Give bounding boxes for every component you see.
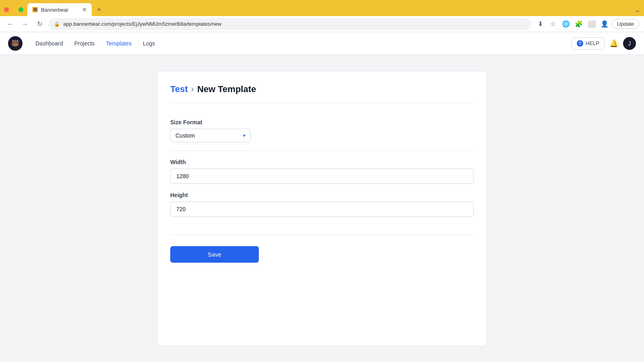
address-bar[interactable]: 🔒 app.bannerbear.com/projects/EjJywNMlJm… bbox=[48, 18, 531, 30]
bookmark-icon[interactable]: ⬇ bbox=[535, 19, 546, 30]
help-button[interactable]: ? HELP bbox=[572, 37, 605, 49]
width-group: Width bbox=[170, 159, 474, 184]
form-section: Size Format Custom ▾ Width Height bbox=[170, 113, 474, 231]
browser-tab-bar: 🐻 Bannerbear ✕ + ⌄ bbox=[0, 0, 644, 16]
help-icon: ? bbox=[577, 40, 583, 47]
page-content: Test › New Template Size Format Custom ▾… bbox=[0, 55, 644, 362]
close-window-btn[interactable] bbox=[4, 7, 9, 12]
save-divider bbox=[170, 234, 474, 235]
tab-favicon: 🐻 bbox=[32, 7, 38, 12]
maximize-window-btn[interactable] bbox=[19, 7, 23, 12]
logo-icon: 🐻 bbox=[11, 39, 19, 47]
size-format-value: Custom bbox=[175, 132, 195, 139]
size-format-select[interactable]: Custom ▾ bbox=[170, 129, 251, 142]
width-label: Width bbox=[170, 159, 474, 165]
size-format-label: Size Format bbox=[170, 119, 474, 125]
extensions-icon[interactable]: 🧩 bbox=[573, 19, 584, 30]
size-format-group: Size Format Custom ▾ bbox=[170, 119, 474, 142]
chrome-icon[interactable]: 🌐 bbox=[560, 19, 572, 30]
lock-icon: 🔒 bbox=[54, 21, 60, 27]
save-section: Save bbox=[170, 243, 474, 263]
breadcrumb: Test › New Template bbox=[170, 84, 474, 103]
notifications-button[interactable]: 🔔 bbox=[609, 39, 618, 48]
more-options-button[interactable]: ⌄ bbox=[635, 6, 640, 14]
breadcrumb-separator: › bbox=[191, 84, 194, 95]
height-input[interactable] bbox=[170, 202, 474, 217]
nav-right: ? HELP 🔔 J bbox=[572, 37, 636, 50]
tab-title: Bannerbear bbox=[41, 7, 68, 13]
nav-links: Dashboard Projects Templates Logs bbox=[31, 37, 572, 50]
new-tab-button[interactable]: + bbox=[93, 4, 105, 15]
back-button[interactable]: ← bbox=[5, 19, 16, 30]
help-label: HELP bbox=[586, 40, 599, 46]
form-divider bbox=[170, 150, 474, 151]
forward-button[interactable]: → bbox=[19, 19, 31, 30]
height-group: Height bbox=[170, 192, 474, 217]
page-title: New Template bbox=[197, 84, 256, 95]
browser-toolbar: ← → ↻ 🔒 app.bannerbear.com/projects/EjJy… bbox=[0, 16, 644, 32]
width-input[interactable] bbox=[170, 169, 474, 184]
url-text: app.bannerbear.com/projects/EjJywNMlJm5z… bbox=[63, 21, 526, 27]
refresh-button[interactable]: ↻ bbox=[34, 19, 45, 30]
form-card: Test › New Template Size Format Custom ▾… bbox=[157, 71, 487, 346]
nav-link-dashboard[interactable]: Dashboard bbox=[31, 37, 68, 50]
browser-tab-active[interactable]: 🐻 Bannerbear ✕ bbox=[27, 3, 92, 16]
star-icon[interactable]: ☆ bbox=[547, 19, 559, 30]
browser-window-controls bbox=[4, 7, 23, 12]
save-button[interactable]: Save bbox=[170, 246, 259, 263]
profile-icon[interactable]: 👤 bbox=[599, 19, 610, 30]
browser-toolbar-icons: ⬇ ☆ 🌐 🧩 ⬜ 👤 Update bbox=[535, 19, 639, 30]
app-logo: 🐻 bbox=[8, 36, 23, 51]
nav-link-templates[interactable]: Templates bbox=[101, 37, 136, 50]
update-button[interactable]: Update bbox=[612, 19, 639, 29]
sidebar-icon[interactable]: ⬜ bbox=[586, 19, 597, 30]
browser-chrome: 🐻 Bannerbear ✕ + ⌄ ← → ↻ 🔒 app.bannerbea… bbox=[0, 0, 644, 32]
breadcrumb-link[interactable]: Test bbox=[170, 84, 188, 95]
nav-link-logs[interactable]: Logs bbox=[138, 37, 160, 50]
tab-close-btn[interactable]: ✕ bbox=[82, 6, 87, 13]
nav-link-projects[interactable]: Projects bbox=[70, 37, 100, 50]
app-navigation: 🐻 Dashboard Projects Templates Logs ? HE… bbox=[0, 32, 644, 55]
minimize-window-btn[interactable] bbox=[11, 7, 16, 12]
user-avatar[interactable]: J bbox=[623, 37, 636, 50]
height-label: Height bbox=[170, 192, 474, 198]
chevron-down-icon: ▾ bbox=[243, 133, 246, 138]
